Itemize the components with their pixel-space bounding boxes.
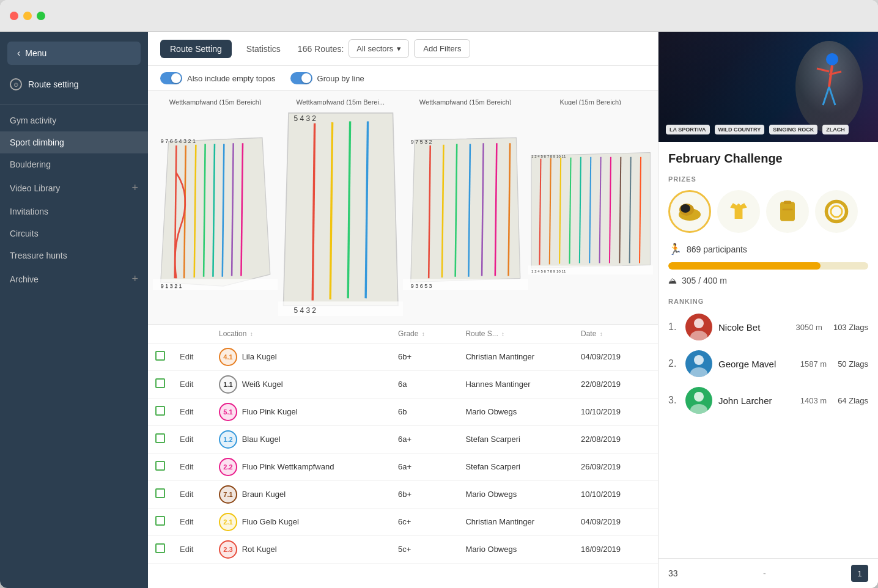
svg-rect-60: [783, 208, 793, 210]
th-grade[interactable]: Grade ↕: [391, 325, 458, 344]
location-name: Lila Kugel: [242, 352, 277, 361]
sectors-select[interactable]: All sectors ▾: [349, 39, 409, 58]
back-label: Menu: [25, 48, 46, 58]
empty-topos-toggle[interactable]: [160, 72, 182, 84]
rank-name: Nicole Bet: [718, 322, 790, 333]
table-row[interactable]: Edit 2.1 Fluo Gelb Kugel 6c+ Christian M…: [148, 508, 658, 535]
svg-marker-14: [283, 113, 397, 306]
row-grade-cell: 6a: [391, 370, 458, 398]
row-edit-cell: Edit: [172, 535, 212, 563]
prize-4[interactable]: [815, 190, 858, 233]
main-content: Route Setting Statistics 166 Routes: All…: [148, 32, 658, 588]
sidebar-item-archive[interactable]: Archive +: [0, 266, 148, 292]
edit-button[interactable]: Edit: [180, 380, 193, 389]
maximize-button[interactable]: [37, 12, 45, 20]
sidebar-back-button[interactable]: ‹ Menu: [7, 42, 141, 65]
route-setting-tab[interactable]: Route Setting: [160, 40, 232, 58]
rank-name: George Mavel: [718, 359, 794, 369]
row-checkbox[interactable]: [155, 378, 165, 388]
edit-button[interactable]: Edit: [180, 490, 193, 499]
prize-2[interactable]: [717, 190, 760, 233]
row-location-cell: 2.3 Rot Kugel: [212, 535, 391, 563]
grade-value: 6a+: [398, 462, 411, 471]
topo-card-3[interactable]: Wettkampfwand (15m Bereich) 9 7 5 3 2 9 …: [403, 98, 528, 317]
topo-card-4[interactable]: Kugel (15m Bereich) 1 2 4 5 6 7 8 9 10 1…: [528, 98, 654, 317]
prize-1[interactable]: [668, 190, 711, 233]
app-body: ‹ Menu ⊙ Route setting Gym activity Spor…: [0, 32, 878, 588]
location-name: Fluo Gelb Kugel: [242, 517, 299, 526]
th-date[interactable]: Date ↕: [574, 325, 658, 344]
rank-name: John Larcher: [718, 395, 794, 406]
sidebar-route-setting[interactable]: ⊙ Route setting: [0, 72, 148, 97]
table-row[interactable]: Edit 2.3 Rot Kugel 5c+ Mario Obwegs 16/0…: [148, 535, 658, 563]
edit-button[interactable]: Edit: [180, 407, 193, 416]
sidebar-item-treasure-hunts[interactable]: Treasure hunts: [0, 244, 148, 266]
topo-card-1[interactable]: Wettkampfwand (15m Bereich) 9 7 6 5 4 3 …: [153, 98, 278, 317]
sidebar-divider: [0, 104, 148, 105]
sidebar-item-label: Treasure hunts: [10, 251, 67, 260]
add-filters-button[interactable]: Add Filters: [414, 39, 470, 58]
row-checkbox[interactable]: [155, 406, 165, 416]
row-checkbox-cell: [148, 370, 172, 398]
statistics-tab[interactable]: Statistics: [237, 40, 290, 58]
grade-value: 6b+: [398, 490, 411, 499]
table-row[interactable]: Edit 4.1 Lila Kugel 6b+ Christian Mantin…: [148, 343, 658, 370]
sidebar-item-left: Video Library: [10, 183, 60, 193]
svg-text:9 3 6 5 3: 9 3 6 5 3: [411, 283, 432, 289]
location-name: Braun Kugel: [242, 490, 286, 499]
row-grade-cell: 6a+: [391, 425, 458, 453]
footer-page-num[interactable]: 1: [851, 565, 868, 582]
row-location-cell: 2.1 Fluo Gelb Kugel: [212, 508, 391, 535]
sidebar-item-gym-activity[interactable]: Gym activity: [0, 109, 148, 131]
side-panel: LA SPORTIVA WILD COUNTRY SINGING ROCK ZL…: [658, 32, 878, 588]
row-checkbox[interactable]: [155, 433, 165, 443]
svg-point-61: [826, 201, 846, 221]
rank-distance: 3050 m: [796, 323, 822, 332]
prize-3[interactable]: [766, 190, 809, 233]
ranking-item: 2. George Mavel 1587 m 50 Zlags: [668, 350, 868, 377]
row-checkbox[interactable]: [155, 461, 165, 471]
edit-button[interactable]: Edit: [180, 545, 193, 554]
ranking-title: RANKING: [668, 298, 868, 305]
sidebar-item-bouldering[interactable]: Bouldering: [0, 153, 148, 175]
th-route-setter[interactable]: Route S... ↕: [458, 325, 574, 344]
table-row[interactable]: Edit 5.1 Fluo Pink Kugel 6b Mario Obwegs…: [148, 398, 658, 425]
row-location-cell: 5.1 Fluo Pink Kugel: [212, 398, 391, 425]
table-row[interactable]: Edit 2.2 Fluo Pink Wettkampfwand 6a+ Ste…: [148, 453, 658, 480]
row-grade-cell: 6b+: [391, 480, 458, 508]
sidebar-item-video-library[interactable]: Video Library +: [0, 175, 148, 200]
topo-card-2[interactable]: Wettkampfwand (15m Berei... 5 4 3 2 5 4 …: [278, 98, 404, 317]
edit-button[interactable]: Edit: [180, 517, 193, 526]
shirt-icon: [725, 197, 753, 226]
sidebar-item-invitations[interactable]: Invitations: [0, 200, 148, 222]
edit-button[interactable]: Edit: [180, 462, 193, 471]
grade-value: 6a+: [398, 435, 411, 444]
row-checkbox[interactable]: [155, 516, 165, 526]
row-date-cell: 22/08/2019: [574, 370, 658, 398]
edit-button[interactable]: Edit: [180, 435, 193, 444]
close-button[interactable]: [10, 12, 18, 20]
minimize-button[interactable]: [23, 12, 32, 20]
route-setter-name: Stefan Scarperi: [465, 435, 520, 444]
edit-button[interactable]: Edit: [180, 352, 193, 361]
table-row[interactable]: Edit 1.1 Weiß Kugel 6a Hannes Mantinger …: [148, 370, 658, 398]
group-by-line-toggle[interactable]: [290, 72, 312, 84]
th-checkbox: [148, 325, 172, 344]
row-checkbox[interactable]: [155, 351, 165, 361]
sidebar-item-sport-climbing[interactable]: Sport climbing: [0, 131, 148, 153]
row-grade-cell: 6b+: [391, 343, 458, 370]
rank-distance: 1587 m: [800, 359, 827, 369]
row-location-cell: 1.2 Blau Kugel: [212, 425, 391, 453]
table-row[interactable]: Edit 7.1 Braun Kugel 6b+ Mario Obwegs 10…: [148, 480, 658, 508]
prizes-row: [668, 190, 868, 233]
row-checkbox[interactable]: [155, 543, 165, 553]
route-badge: 2.3: [219, 540, 237, 559]
table-row[interactable]: Edit 1.2 Blau Kugel 6a+ Stefan Scarperi …: [148, 425, 658, 453]
grade-value: 6b+: [398, 352, 411, 361]
th-location[interactable]: Location ↕: [212, 325, 391, 344]
logo-zlach: ZLACH: [822, 125, 849, 134]
row-route-setter-cell: Mario Obwegs: [458, 480, 574, 508]
sidebar-item-circuits[interactable]: Circuits: [0, 222, 148, 244]
row-checkbox[interactable]: [155, 488, 165, 498]
challenge-hero: LA SPORTIVA WILD COUNTRY SINGING ROCK ZL…: [658, 32, 878, 142]
